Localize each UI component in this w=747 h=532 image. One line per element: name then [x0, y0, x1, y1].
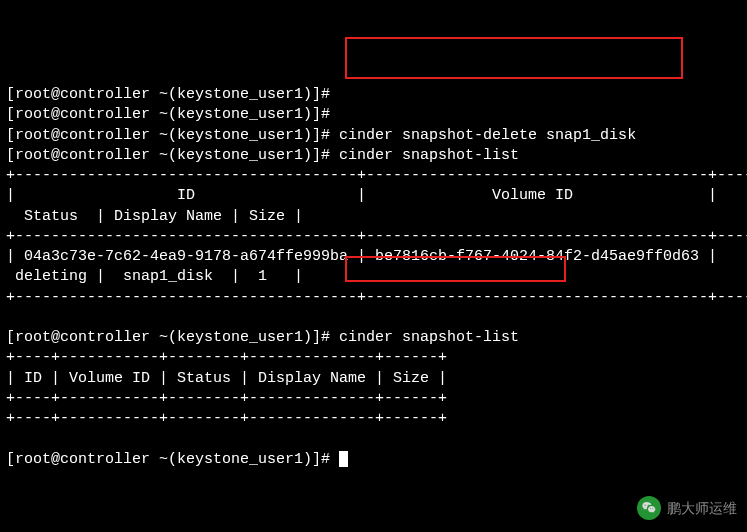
prompt: [root@controller ~(keystone_user1)]# [6, 86, 339, 103]
table-border: +--------------------------------------+… [6, 228, 747, 245]
terminal-output[interactable]: [root@controller ~(keystone_user1)]# [ro… [6, 85, 741, 470]
prompt: [root@controller ~(keystone_user1)]# cin… [6, 329, 519, 346]
command-snapshot-delete: cinder snapshot-delete snap1_disk [339, 127, 636, 144]
command-snapshot-list: cinder snapshot-list [339, 329, 519, 346]
table-header-row: | ID | Volume ID | [6, 187, 717, 204]
command-snapshot-list: cinder snapshot-list [339, 147, 519, 164]
highlight-box-1 [345, 37, 683, 79]
table-header-row: Status | Display Name | Size | [6, 208, 303, 225]
watermark: 鹏大师运维 [637, 496, 737, 520]
prompt: [root@controller ~(keystone_user1)]# cin… [6, 147, 519, 164]
wechat-icon [637, 496, 661, 520]
prompt: [root@controller ~(keystone_user1)]# cin… [6, 127, 636, 144]
table-border: +----+-----------+--------+-------------… [6, 410, 447, 427]
table-border: +--------------------------------------+… [6, 167, 747, 184]
table-border: +----+-----------+--------+-------------… [6, 390, 447, 407]
table-border: +--------------------------------------+… [6, 289, 747, 306]
watermark-text: 鹏大师运维 [667, 499, 737, 518]
prompt: [root@controller ~(keystone_user1)]# [6, 106, 339, 123]
table-header-row: | ID | Volume ID | Status | Display Name… [6, 370, 447, 387]
prompt: [root@controller ~(keystone_user1)]# [6, 451, 339, 468]
table-row: deleting | snap1_disk | 1 | [6, 268, 303, 285]
table-row: | 04a3c73e-7c62-4ea9-9178-a674ffe999ba |… [6, 248, 717, 265]
table-border: +----+-----------+--------+-------------… [6, 349, 447, 366]
cursor[interactable] [339, 451, 348, 467]
